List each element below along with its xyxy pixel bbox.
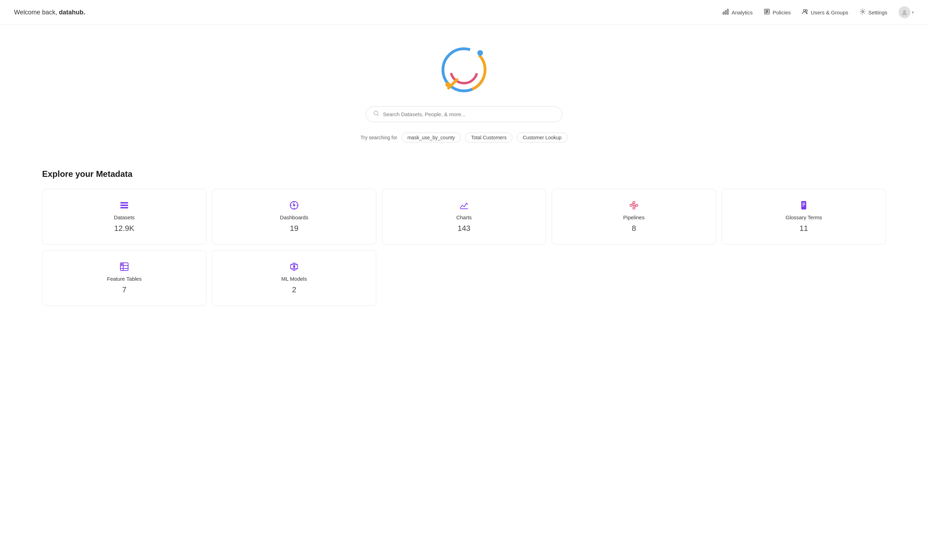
policies-icon bbox=[764, 8, 770, 17]
avatar-chevron-icon: ▾ bbox=[912, 10, 914, 15]
svg-point-15 bbox=[446, 82, 450, 87]
svg-line-27 bbox=[293, 203, 294, 204]
svg-rect-38 bbox=[802, 203, 805, 203]
analytics-icon bbox=[723, 8, 729, 17]
feature-tables-icon bbox=[119, 262, 129, 272]
users-groups-icon bbox=[802, 8, 808, 17]
card-dashboards[interactable]: Dashboards 19 bbox=[212, 189, 376, 244]
suggestion-mask-use-by-county[interactable]: mask_use_by_county bbox=[401, 133, 461, 142]
ml-models-icon bbox=[289, 262, 299, 272]
settings-icon bbox=[859, 8, 866, 17]
svg-rect-1 bbox=[725, 11, 726, 14]
suggestion-customer-lookup[interactable]: Customer Lookup bbox=[517, 133, 568, 142]
header: Welcome back, datahub. Analytics bbox=[0, 0, 928, 25]
dashboards-label: Dashboards bbox=[280, 214, 308, 220]
metadata-cards-row1: Datasets 12.9K Dashboards 19 bbox=[42, 189, 886, 244]
svg-line-36 bbox=[635, 206, 636, 208]
avatar bbox=[899, 6, 910, 18]
feature-tables-count: 7 bbox=[122, 285, 126, 294]
search-box bbox=[366, 106, 562, 122]
username: datahub. bbox=[59, 9, 85, 16]
search-container bbox=[366, 106, 562, 122]
nav-users-groups-label: Users & Groups bbox=[811, 9, 848, 15]
svg-point-14 bbox=[477, 50, 483, 56]
svg-point-12 bbox=[451, 56, 477, 83]
svg-point-46 bbox=[293, 266, 295, 268]
card-feature-tables[interactable]: Feature Tables 7 bbox=[42, 250, 206, 306]
nav-settings-label: Settings bbox=[868, 9, 887, 15]
svg-point-30 bbox=[633, 201, 635, 203]
svg-line-35 bbox=[632, 203, 633, 204]
svg-point-6 bbox=[803, 9, 806, 12]
welcome-message: Welcome back, datahub. bbox=[14, 9, 85, 16]
charts-label: Charts bbox=[456, 214, 472, 220]
svg-point-29 bbox=[630, 204, 632, 206]
search-suggestions: Try searching for mask_use_by_county Tot… bbox=[360, 133, 568, 142]
user-avatar-button[interactable]: ▾ bbox=[899, 6, 914, 18]
nav-policies-label: Policies bbox=[772, 9, 791, 15]
pipelines-count: 8 bbox=[632, 224, 636, 233]
nav-analytics[interactable]: Analytics bbox=[723, 8, 752, 17]
dashboards-icon bbox=[289, 200, 299, 210]
svg-point-9 bbox=[903, 10, 906, 13]
svg-point-22 bbox=[293, 204, 295, 206]
svg-rect-37 bbox=[801, 201, 806, 209]
datasets-icon bbox=[119, 200, 129, 210]
svg-point-7 bbox=[806, 9, 807, 11]
svg-rect-0 bbox=[723, 12, 724, 14]
card-charts[interactable]: Charts 143 bbox=[382, 189, 546, 244]
card-ml-models[interactable]: ML Models 2 bbox=[212, 250, 376, 306]
nav-settings[interactable]: Settings bbox=[859, 8, 887, 17]
glossary-terms-label: Glossary Terms bbox=[786, 214, 822, 220]
metadata-cards-row2: Feature Tables 7 ML Models 2 bbox=[42, 250, 886, 306]
feature-tables-label: Feature Tables bbox=[107, 276, 142, 282]
svg-point-32 bbox=[633, 207, 635, 209]
suggestion-total-customers[interactable]: Total Customers bbox=[465, 133, 513, 142]
nav-policies[interactable]: Policies bbox=[764, 8, 791, 17]
card-datasets[interactable]: Datasets 12.9K bbox=[42, 189, 206, 244]
svg-rect-40 bbox=[802, 206, 804, 206]
svg-rect-18 bbox=[121, 202, 128, 203]
explore-title: Explore your Metadata bbox=[42, 169, 886, 179]
search-input[interactable] bbox=[383, 111, 555, 117]
datasets-label: Datasets bbox=[114, 214, 134, 220]
search-icon bbox=[373, 110, 379, 118]
explore-metadata-section: Explore your Metadata Datasets 12.9K bbox=[0, 155, 928, 327]
svg-rect-20 bbox=[121, 207, 128, 208]
charts-count: 143 bbox=[458, 224, 471, 233]
datasets-count: 12.9K bbox=[114, 224, 134, 233]
pipelines-icon bbox=[629, 200, 639, 210]
svg-point-31 bbox=[636, 204, 638, 206]
svg-point-16 bbox=[374, 111, 378, 115]
nav-analytics-label: Analytics bbox=[731, 9, 752, 15]
svg-rect-39 bbox=[802, 204, 805, 205]
svg-line-17 bbox=[378, 115, 379, 116]
card-glossary-terms[interactable]: Glossary Terms 11 bbox=[722, 189, 886, 244]
glossary-icon bbox=[799, 200, 809, 210]
suggestion-label: Try searching for bbox=[360, 135, 397, 140]
datahub-logo bbox=[436, 42, 492, 98]
hero-section: Try searching for mask_use_by_county Tot… bbox=[0, 25, 928, 155]
svg-point-8 bbox=[862, 11, 864, 12]
charts-icon bbox=[459, 200, 469, 210]
pipelines-label: Pipelines bbox=[623, 214, 645, 220]
glossary-terms-count: 11 bbox=[800, 224, 808, 233]
dashboards-count: 19 bbox=[290, 224, 298, 233]
card-pipelines[interactable]: Pipelines 8 bbox=[552, 189, 716, 244]
header-nav: Analytics Policies bbox=[723, 6, 914, 18]
svg-point-45 bbox=[121, 264, 122, 265]
ml-models-count: 2 bbox=[292, 285, 296, 294]
svg-rect-19 bbox=[121, 204, 128, 206]
nav-users-groups[interactable]: Users & Groups bbox=[802, 8, 848, 17]
ml-models-label: ML Models bbox=[281, 276, 307, 282]
svg-rect-2 bbox=[727, 9, 728, 14]
